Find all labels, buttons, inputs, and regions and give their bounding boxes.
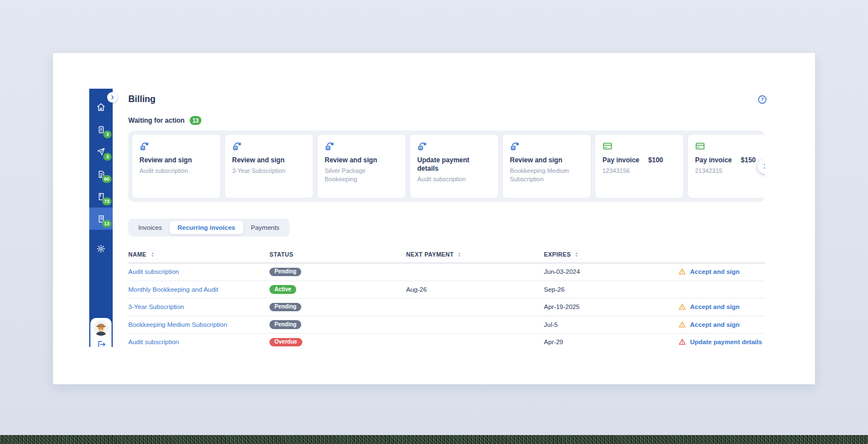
sidebar-item-sent[interactable]: 3	[89, 141, 113, 163]
count-badge: 3	[103, 153, 112, 161]
table-row: Bookkeeping Medium Subscription Pending …	[128, 316, 765, 334]
recurring-invoice-icon	[325, 141, 398, 151]
accept-and-sign-link[interactable]: Accept and sign	[690, 321, 740, 328]
sidebar-nav: 3 3 60 73 13	[89, 89, 113, 260]
invoice-name-link[interactable]: Monthly Bookkeeping and Audit	[128, 286, 218, 293]
sidebar: 3 3 60 73 13	[89, 89, 113, 347]
tab-recurring-invoices[interactable]: Recurring invoices	[170, 221, 243, 234]
chevron-right-icon	[109, 94, 115, 100]
sidebar-item-invoices[interactable]: 60	[89, 163, 113, 185]
card-title: Review and sign	[325, 156, 377, 165]
card-subtitle: 12343156	[602, 167, 674, 175]
sort-icon[interactable]	[456, 252, 462, 258]
count-badge: 73	[102, 197, 112, 205]
column-header-name: Name	[128, 251, 147, 258]
action-card-review-silver[interactable]: Review and sign Silver Package Bookeepin…	[317, 134, 406, 199]
recurring-invoice-icon	[139, 141, 213, 151]
home-icon	[97, 103, 105, 112]
table-row: Audit subscription Overdue Apr-29 Update…	[128, 334, 765, 347]
sidebar-item-documents[interactable]: 73	[89, 185, 113, 207]
warning-triangle-icon	[678, 321, 686, 329]
taskbar-noise-strip	[0, 435, 868, 444]
accept-and-sign-link[interactable]: Accept and sign	[690, 268, 740, 275]
warning-triangle-icon	[678, 268, 686, 276]
sidebar-item-billing[interactable]: 13	[89, 207, 113, 230]
card-title: Review and sign	[510, 156, 562, 165]
payment-card-icon	[602, 141, 676, 151]
card-amount: $150	[741, 156, 756, 165]
column-header-next-payment: Next payment	[406, 251, 454, 258]
next-payment-cell: Aug-26	[406, 286, 544, 293]
action-card-review-3year[interactable]: Review and sign 3-Year Subscription	[224, 134, 314, 199]
card-title: Review and sign	[139, 156, 192, 165]
main-content: Billing Waiting for action 13 Review and…	[128, 94, 765, 347]
table-row: Audit subscription Pending Jun-03-2024 A…	[128, 263, 765, 281]
waiting-for-action-label: Waiting for action	[128, 117, 185, 124]
settings-gear-icon	[97, 244, 105, 253]
expires-cell: Sep-26	[544, 286, 678, 293]
card-title: Update payment details	[417, 156, 491, 173]
recurring-invoice-icon	[232, 141, 306, 151]
sidebar-item-settings[interactable]	[89, 238, 113, 260]
table-row: 3-Year Subscription Pending Apr-19-2025 …	[128, 298, 765, 316]
column-header-expires: Expires	[544, 251, 571, 258]
card-amount: $100	[648, 156, 663, 165]
payment-card-icon	[695, 141, 765, 151]
card-subtitle: 21342315	[695, 167, 765, 175]
status-badge: Overdue	[269, 338, 302, 347]
card-subtitle: Silver Package Bookeeping	[325, 167, 396, 184]
warning-triangle-icon	[678, 303, 686, 311]
waiting-count-badge: 13	[190, 116, 201, 125]
card-title: Pay invoice	[602, 156, 639, 165]
action-card-pay-invoice-150[interactable]: Pay invoice$150 21342315	[687, 134, 765, 199]
update-payment-details-link[interactable]: Update payment details	[690, 339, 762, 345]
card-title: Pay invoice	[695, 156, 732, 165]
card-title: Review and sign	[232, 156, 284, 165]
recurring-invoice-icon	[510, 141, 584, 151]
status-badge: Pending	[269, 320, 301, 329]
column-header-status: Status	[269, 251, 293, 258]
tab-invoices[interactable]: Invoices	[131, 221, 170, 234]
count-badge: 13	[102, 220, 112, 228]
action-card-pay-invoice-100[interactable]: Pay invoice$100 12343156	[595, 134, 684, 199]
action-cards-rail: Review and sign Audit subscription Revie…	[128, 131, 765, 202]
logout-button[interactable]	[97, 340, 106, 347]
table-row: Monthly Bookkeeping and Audit Active Aug…	[128, 281, 765, 299]
sidebar-item-estimates[interactable]: 3	[89, 118, 113, 141]
card-subtitle: Bookkeeping Medium Subscription	[510, 167, 581, 184]
card-subtitle: Audit subscription	[417, 175, 489, 184]
status-badge: Active	[269, 285, 296, 294]
sort-icon[interactable]	[150, 252, 156, 258]
table-header: Name Status Next payment Expires	[128, 249, 765, 263]
tab-payments[interactable]: Payments	[243, 221, 287, 234]
app-window: 3 3 60 73 13 Billing Waiti	[53, 53, 815, 384]
invoice-name-link[interactable]: Audit subscription	[128, 268, 179, 275]
user-box	[90, 318, 112, 347]
billing-app: 3 3 60 73 13 Billing Waiti	[89, 89, 767, 347]
status-badge: Pending	[269, 268, 301, 277]
warning-triangle-icon	[678, 338, 686, 346]
count-badge: 60	[102, 175, 112, 183]
page-title: Billing	[128, 94, 156, 104]
card-subtitle: 3-Year Subscription	[232, 167, 303, 175]
count-badge: 3	[103, 131, 112, 138]
logout-icon	[97, 340, 106, 347]
action-card-update-payment[interactable]: Update payment details Audit subscriptio…	[409, 134, 499, 199]
help-icon	[758, 95, 767, 104]
recurring-invoices-table: Name Status Next payment Expires Audit s…	[128, 249, 765, 347]
recurring-invoice-icon	[417, 141, 491, 151]
invoice-name-link[interactable]: Bookkeeping Medium Subscription	[128, 321, 227, 328]
sort-icon[interactable]	[573, 252, 580, 258]
user-avatar[interactable]	[93, 320, 109, 336]
expires-cell: Apr-29	[544, 339, 678, 345]
action-card-review-medium[interactable]: Review and sign Bookkeeping Medium Subsc…	[502, 134, 591, 199]
action-card-review-audit[interactable]: Review and sign Audit subscription	[132, 134, 221, 199]
card-subtitle: Audit subscription	[139, 167, 211, 175]
billing-tabs: Invoices Recurring invoices Payments	[128, 219, 290, 237]
accept-and-sign-link[interactable]: Accept and sign	[690, 303, 740, 310]
help-button[interactable]	[758, 95, 767, 104]
invoice-name-link[interactable]: 3-Year Subscription	[128, 303, 184, 310]
expires-cell: Jul-5	[544, 321, 678, 328]
invoice-name-link[interactable]: Audit subscription	[128, 339, 179, 345]
sidebar-expand-button[interactable]	[107, 92, 118, 103]
